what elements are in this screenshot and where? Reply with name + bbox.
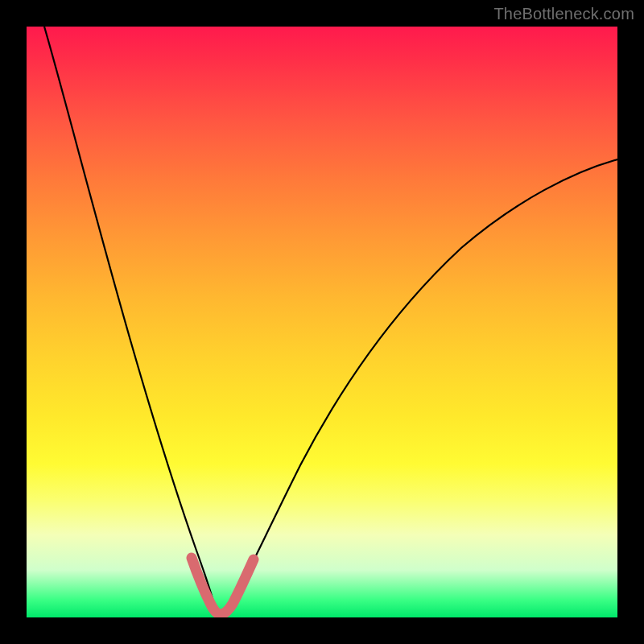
watermark-text: TheBottleneck.com <box>493 5 634 23</box>
plot-area <box>27 27 617 617</box>
highlight-segment <box>192 558 254 614</box>
chart-frame: TheBottleneck.com <box>0 0 644 644</box>
chart-svg <box>27 27 617 617</box>
bottleneck-curve <box>44 27 617 614</box>
